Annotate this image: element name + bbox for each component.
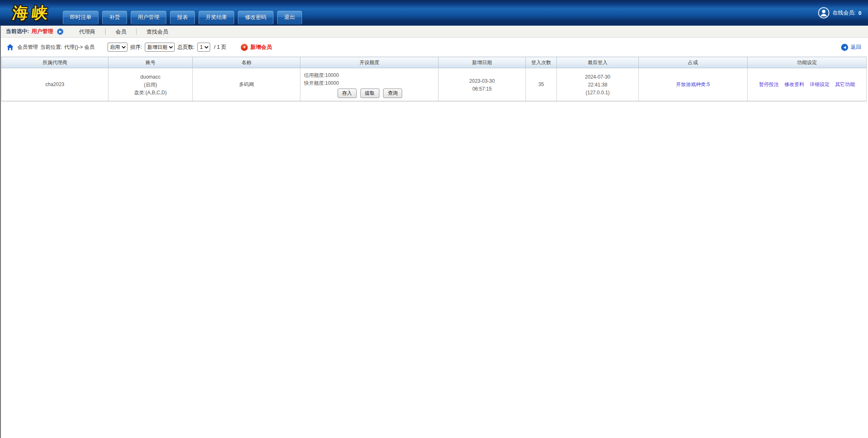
current-selected-value: 用户管理 <box>31 28 53 35</box>
page-select[interactable]: 1 <box>197 43 210 52</box>
last-login-time: 22:41:38 <box>557 81 638 89</box>
other-functions-link[interactable]: 其它功能 <box>835 81 855 87</box>
online-members-count: 0 <box>858 10 861 16</box>
back-label: 返回 <box>851 43 861 51</box>
header-right: 在线会员: 0 <box>818 0 861 26</box>
subnav-item-agents[interactable]: 代理商 <box>69 29 105 35</box>
sub-nav: 当前选中: 用户管理 ▶ 代理商 会员 查找会员 <box>0 26 868 38</box>
account-pan-types: 盘类:(A,B,C,D) <box>108 89 192 96</box>
toolbar: 会员管理 当前位置: 代理()-> 会员 启用 排序: 新增日期 总页数: 1 … <box>0 38 868 57</box>
cell-agent: cha2023 <box>2 68 108 101</box>
col-header-agent: 所属代理商 <box>2 57 108 68</box>
status-filter-select[interactable]: 启用 <box>108 43 127 52</box>
nav-tab-draw-results[interactable]: 开奖结果 <box>199 11 234 24</box>
pages-label: 总页数: <box>177 44 194 51</box>
cell-last-login: 2024-07-30 22:41:38 (127.0.0.1) <box>557 68 638 101</box>
nav-tab-instant-bets[interactable]: 即时注单 <box>63 11 98 24</box>
arrow-left-circle-icon: ◀ <box>841 44 848 51</box>
sort-label: 排序: <box>130 44 142 51</box>
cell-actions: 暂停投注 修改资料 详细设定 其它功能 <box>747 68 866 101</box>
edit-profile-link[interactable]: 修改资料 <box>784 81 804 87</box>
col-header-account: 账号 <box>108 57 193 68</box>
credit-buttons: 存入 提取 查询 <box>304 89 436 98</box>
nav-tab-logout[interactable]: 退出 <box>277 11 302 24</box>
created-date: 2023-03-30 <box>439 78 525 85</box>
section-title: 会员管理 <box>17 44 38 51</box>
add-member-button[interactable]: + 新增会员 <box>241 43 272 51</box>
top-header: 海峡 即时注单 补货 用户管理 报表 开奖结果 修改密码 退出 在线会员: 0 <box>0 0 868 26</box>
members-table: 所属代理商 账号 名称 开设额度 新增日期 登入次数 最后登入 占成 功能设定 … <box>1 57 867 101</box>
cell-credit-limits: 信用额度:10000 快开额度:10000 存入 提取 查询 <box>300 68 439 101</box>
main-nav: 即时注单 补货 用户管理 报表 开奖结果 修改密码 退出 <box>63 11 306 26</box>
quick-limit-line: 快开额度:10000 <box>304 80 436 87</box>
subnav-item-members[interactable]: 会员 <box>105 29 136 35</box>
current-selected-label: 当前选中: <box>6 28 29 35</box>
cell-created: 2023-03-30 06:57:15 <box>439 68 525 101</box>
col-header-login-count: 登入次数 <box>525 57 557 68</box>
pages-total: / 1 页 <box>214 44 226 51</box>
query-button[interactable]: 查询 <box>383 89 402 98</box>
account-status: (启用) <box>108 81 192 89</box>
suspend-betting-link[interactable]: 暂停投注 <box>759 81 779 87</box>
location-value: 代理()-> 会员 <box>64 44 94 51</box>
arrow-right-circle-icon: ▶ <box>57 29 63 35</box>
created-time: 06:57:15 <box>439 86 525 93</box>
nav-tab-user-management[interactable]: 用户管理 <box>131 11 166 24</box>
credit-limit-line: 信用额度:10000 <box>304 72 436 79</box>
account-name: duomacc <box>108 74 192 81</box>
table-header-row: 所属代理商 账号 名称 开设额度 新增日期 登入次数 最后登入 占成 功能设定 <box>2 57 867 68</box>
nav-tab-restock[interactable]: 补货 <box>102 11 127 24</box>
sort-select[interactable]: 新增日期 <box>145 43 175 52</box>
last-login-ip: (127.0.0.1) <box>557 89 638 96</box>
nav-tab-reports[interactable]: 报表 <box>170 11 195 24</box>
withdraw-button[interactable]: 提取 <box>360 89 379 98</box>
detail-settings-link[interactable]: 详细设定 <box>810 81 830 87</box>
plus-circle-icon: + <box>241 44 248 51</box>
col-header-functions: 功能设定 <box>747 57 866 68</box>
col-header-created: 新增日期 <box>439 57 525 68</box>
home-icon[interactable] <box>7 44 14 50</box>
nav-tab-change-password[interactable]: 修改密码 <box>238 11 273 24</box>
cell-account: duomacc (启用) 盘类:(A,B,C,D) <box>108 68 193 101</box>
cell-share: 开放游戏种类:5 <box>638 68 747 101</box>
brand-logo: 海峡 <box>11 2 52 24</box>
back-button[interactable]: ◀ 返回 <box>841 43 861 51</box>
last-login-date: 2024-07-30 <box>557 74 638 81</box>
cell-login-count: 35 <box>525 68 557 101</box>
col-header-share: 占成 <box>638 57 747 68</box>
location-label: 当前位置: <box>40 44 62 51</box>
deposit-button[interactable]: 存入 <box>338 89 357 98</box>
avatar-icon <box>818 7 830 19</box>
online-members-label: 在线会员: <box>832 9 856 17</box>
open-game-types-link[interactable]: 开放游戏种类:5 <box>676 81 710 87</box>
add-member-label: 新增会员 <box>250 43 272 51</box>
table-row: cha2023 duomacc (启用) 盘类:(A,B,C,D) 多码网 信用… <box>2 68 867 101</box>
col-header-last-login: 最后登入 <box>557 57 638 68</box>
col-header-name: 名称 <box>193 57 300 68</box>
page-left-edge-line <box>0 26 1 438</box>
col-header-credit: 开设额度 <box>300 57 439 68</box>
subnav-item-find-member[interactable]: 查找会员 <box>136 29 178 35</box>
cell-name: 多码网 <box>193 68 300 101</box>
